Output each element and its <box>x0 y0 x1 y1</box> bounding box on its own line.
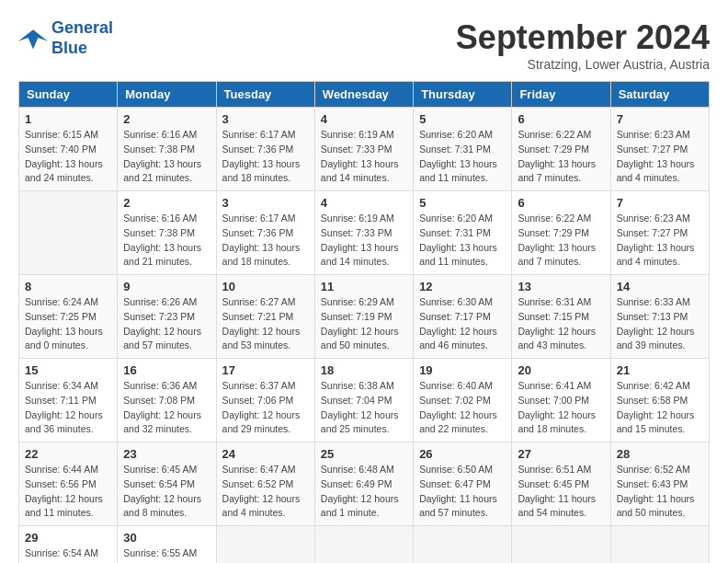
day-number: 22 <box>25 447 111 461</box>
day-info: Sunrise: 6:27 AM Sunset: 7:21 PM Dayligh… <box>222 295 309 353</box>
day-number: 13 <box>518 280 604 293</box>
day-number: 5 <box>419 112 506 126</box>
day-info: Sunrise: 6:41 AM Sunset: 7:00 PM Dayligh… <box>518 379 604 437</box>
day-number: 17 <box>222 363 309 377</box>
calendar-cell-1-5: 6Sunrise: 6:22 AM Sunset: 7:29 PM Daylig… <box>512 191 610 275</box>
logo-icon <box>18 26 48 52</box>
col-wednesday: Wednesday <box>314 82 413 108</box>
calendar-cell-5-1: 30Sunrise: 6:55 AM Sunset: 6:39 PM Dayli… <box>118 526 216 564</box>
day-number: 5 <box>419 196 506 210</box>
day-info: Sunrise: 6:38 AM Sunset: 7:04 PM Dayligh… <box>321 379 407 437</box>
day-info: Sunrise: 6:47 AM Sunset: 6:52 PM Dayligh… <box>222 463 309 521</box>
day-number: 6 <box>518 196 604 210</box>
day-number: 20 <box>518 363 604 377</box>
day-number: 21 <box>617 363 703 377</box>
calendar-cell-0-3: 4Sunrise: 6:19 AM Sunset: 7:33 PM Daylig… <box>314 108 413 191</box>
day-info: Sunrise: 6:54 AM Sunset: 6:41 PM Dayligh… <box>25 546 111 563</box>
day-info: Sunrise: 6:16 AM Sunset: 7:38 PM Dayligh… <box>123 128 210 186</box>
day-info: Sunrise: 6:23 AM Sunset: 7:27 PM Dayligh… <box>617 212 703 270</box>
day-info: Sunrise: 6:33 AM Sunset: 7:13 PM Dayligh… <box>617 295 703 353</box>
calendar-row-4: 22Sunrise: 6:44 AM Sunset: 6:56 PM Dayli… <box>19 442 710 526</box>
calendar-row-2: 8Sunrise: 6:24 AM Sunset: 7:25 PM Daylig… <box>19 275 710 359</box>
day-number: 14 <box>617 280 703 293</box>
calendar-cell-5-3 <box>314 526 413 564</box>
calendar-cell-0-0: 1Sunrise: 6:15 AM Sunset: 7:40 PM Daylig… <box>19 108 118 191</box>
col-saturday: Saturday <box>610 82 709 108</box>
day-info: Sunrise: 6:22 AM Sunset: 7:29 PM Dayligh… <box>518 128 604 186</box>
calendar-cell-4-0: 22Sunrise: 6:44 AM Sunset: 6:56 PM Dayli… <box>19 442 118 526</box>
calendar-cell-5-2 <box>216 526 314 564</box>
day-info: Sunrise: 6:51 AM Sunset: 6:45 PM Dayligh… <box>518 463 604 521</box>
calendar-cell-0-2: 3Sunrise: 6:17 AM Sunset: 7:36 PM Daylig… <box>216 108 314 191</box>
calendar-cell-4-3: 25Sunrise: 6:48 AM Sunset: 6:49 PM Dayli… <box>314 442 413 526</box>
day-info: Sunrise: 6:40 AM Sunset: 7:02 PM Dayligh… <box>419 379 506 437</box>
calendar-cell-1-2: 3Sunrise: 6:17 AM Sunset: 7:36 PM Daylig… <box>216 191 314 275</box>
location-subtitle: Stratzing, Lower Austria, Austria <box>456 57 710 72</box>
day-info: Sunrise: 6:19 AM Sunset: 7:33 PM Dayligh… <box>321 212 407 270</box>
day-info: Sunrise: 6:20 AM Sunset: 7:31 PM Dayligh… <box>419 212 506 270</box>
day-info: Sunrise: 6:44 AM Sunset: 6:56 PM Dayligh… <box>25 463 111 521</box>
calendar-cell-5-4 <box>414 526 512 564</box>
calendar-cell-1-1: 2Sunrise: 6:16 AM Sunset: 7:38 PM Daylig… <box>118 191 216 275</box>
day-number: 8 <box>25 280 111 293</box>
day-info: Sunrise: 6:15 AM Sunset: 7:40 PM Dayligh… <box>25 128 111 186</box>
calendar-table: Sunday Monday Tuesday Wednesday Thursday… <box>18 81 710 563</box>
day-number: 7 <box>617 196 703 210</box>
svg-marker-0 <box>18 29 48 49</box>
calendar-cell-0-5: 6Sunrise: 6:22 AM Sunset: 7:29 PM Daylig… <box>512 108 610 191</box>
day-number: 1 <box>25 112 111 126</box>
day-info: Sunrise: 6:16 AM Sunset: 7:38 PM Dayligh… <box>123 212 210 270</box>
calendar-cell-2-1: 9Sunrise: 6:26 AM Sunset: 7:23 PM Daylig… <box>118 275 216 359</box>
calendar-cell-5-5 <box>512 526 610 564</box>
col-monday: Monday <box>118 82 216 108</box>
col-sunday: Sunday <box>19 82 118 108</box>
day-number: 7 <box>617 112 703 126</box>
day-number: 3 <box>222 112 309 126</box>
day-number: 12 <box>419 280 506 293</box>
day-info: Sunrise: 6:36 AM Sunset: 7:08 PM Dayligh… <box>123 379 210 437</box>
day-number: 2 <box>123 196 210 210</box>
calendar-cell-1-0 <box>19 191 118 275</box>
col-thursday: Thursday <box>414 82 512 108</box>
calendar-cell-3-2: 17Sunrise: 6:37 AM Sunset: 7:06 PM Dayli… <box>216 359 314 442</box>
day-info: Sunrise: 6:52 AM Sunset: 6:43 PM Dayligh… <box>617 463 703 521</box>
logo: General Blue <box>18 18 113 58</box>
day-info: Sunrise: 6:22 AM Sunset: 7:29 PM Dayligh… <box>518 212 604 270</box>
day-info: Sunrise: 6:17 AM Sunset: 7:36 PM Dayligh… <box>222 212 309 270</box>
day-number: 29 <box>25 531 111 545</box>
calendar-row-0: 1Sunrise: 6:15 AM Sunset: 7:40 PM Daylig… <box>19 108 710 191</box>
day-number: 2 <box>123 112 210 126</box>
page-header: General Blue September 2024 Stratzing, L… <box>18 18 710 72</box>
calendar-cell-1-3: 4Sunrise: 6:19 AM Sunset: 7:33 PM Daylig… <box>314 191 413 275</box>
calendar-cell-0-4: 5Sunrise: 6:20 AM Sunset: 7:31 PM Daylig… <box>414 108 512 191</box>
calendar-cell-2-2: 10Sunrise: 6:27 AM Sunset: 7:21 PM Dayli… <box>216 275 314 359</box>
day-info: Sunrise: 6:37 AM Sunset: 7:06 PM Dayligh… <box>222 379 309 437</box>
col-friday: Friday <box>512 82 610 108</box>
day-number: 4 <box>321 196 407 210</box>
calendar-cell-2-5: 13Sunrise: 6:31 AM Sunset: 7:15 PM Dayli… <box>512 275 610 359</box>
day-number: 9 <box>123 280 210 293</box>
title-block: September 2024 Stratzing, Lower Austria,… <box>456 18 710 72</box>
calendar-cell-2-0: 8Sunrise: 6:24 AM Sunset: 7:25 PM Daylig… <box>19 275 118 359</box>
day-info: Sunrise: 6:45 AM Sunset: 6:54 PM Dayligh… <box>123 463 210 521</box>
calendar-header-row: Sunday Monday Tuesday Wednesday Thursday… <box>19 82 710 108</box>
calendar-cell-4-4: 26Sunrise: 6:50 AM Sunset: 6:47 PM Dayli… <box>414 442 512 526</box>
day-number: 28 <box>617 447 703 461</box>
calendar-cell-3-3: 18Sunrise: 6:38 AM Sunset: 7:04 PM Dayli… <box>314 359 413 442</box>
day-number: 6 <box>518 112 604 126</box>
day-info: Sunrise: 6:50 AM Sunset: 6:47 PM Dayligh… <box>419 463 506 521</box>
day-number: 4 <box>321 112 407 126</box>
logo-text: General Blue <box>51 18 113 58</box>
day-info: Sunrise: 6:26 AM Sunset: 7:23 PM Dayligh… <box>123 295 210 353</box>
calendar-cell-3-1: 16Sunrise: 6:36 AM Sunset: 7:08 PM Dayli… <box>118 359 216 442</box>
day-info: Sunrise: 6:24 AM Sunset: 7:25 PM Dayligh… <box>25 295 111 353</box>
day-info: Sunrise: 6:29 AM Sunset: 7:19 PM Dayligh… <box>321 295 407 353</box>
month-title: September 2024 <box>456 18 710 57</box>
day-info: Sunrise: 6:19 AM Sunset: 7:33 PM Dayligh… <box>321 128 407 186</box>
calendar-cell-2-4: 12Sunrise: 6:30 AM Sunset: 7:17 PM Dayli… <box>414 275 512 359</box>
day-number: 30 <box>123 531 210 545</box>
day-info: Sunrise: 6:55 AM Sunset: 6:39 PM Dayligh… <box>123 546 210 563</box>
calendar-row-3: 15Sunrise: 6:34 AM Sunset: 7:11 PM Dayli… <box>19 359 710 442</box>
day-info: Sunrise: 6:42 AM Sunset: 6:58 PM Dayligh… <box>617 379 703 437</box>
calendar-cell-4-5: 27Sunrise: 6:51 AM Sunset: 6:45 PM Dayli… <box>512 442 610 526</box>
